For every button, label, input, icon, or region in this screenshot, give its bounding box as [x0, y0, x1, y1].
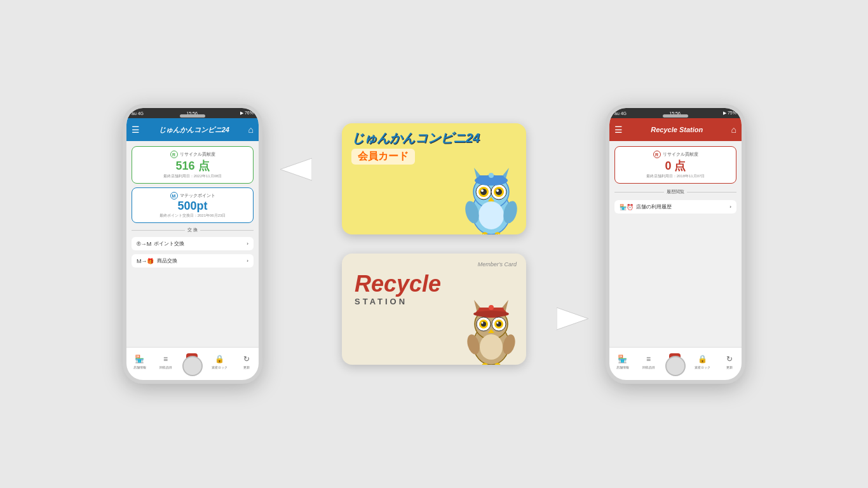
svg-marker-52: [557, 308, 588, 330]
store-icon: 🏪: [134, 353, 146, 365]
left-header-title: じゅんかんコンビニ24: [159, 125, 229, 135]
members-label: Member's Card: [478, 261, 517, 268]
qr-icon: ⊞: [186, 353, 198, 365]
right-nav-refresh[interactable]: ↻ 更新: [724, 353, 735, 369]
recycle-text-big: Recycle: [355, 273, 441, 295]
left-nav-items[interactable]: ≡ 回収品目: [159, 353, 172, 369]
recycle-station-text: STATION: [355, 297, 441, 306]
main-scene: au 4G 15:56 ▶ 76% ☰ じゅんかんコンビニ24 ⌂ R リサイク…: [0, 0, 868, 488]
junkan-card: じゅんかんコンビニ24 会員カード: [342, 123, 526, 234]
svg-point-10: [496, 189, 502, 195]
left-exchange-item1[interactable]: ®→M ポイント交換 ›: [132, 237, 254, 250]
left-recycle-points: 516 点: [137, 158, 248, 173]
left-bottom-nav: 🏪 店舗情報 ≡ 回収品目 ⊞ 会員認証 🔒 資産ロック ↻ 更新: [126, 347, 259, 380]
left-exchange-item2[interactable]: M→🎁 商品交換 ›: [132, 254, 254, 268]
m-icon-left: M: [170, 192, 178, 200]
svg-point-32: [489, 305, 494, 310]
left-matec-card: M マテックポイント 500pt 最終ポイント交換日：2021年06月23日: [132, 187, 254, 223]
right-home-icon[interactable]: ⌂: [731, 125, 736, 135]
right-app-header: ☰ Recycle Station ⌂: [609, 118, 742, 141]
svg-point-41: [497, 322, 499, 324]
right-time: 15:56: [669, 111, 681, 116]
left-nav-auth[interactable]: ⊞ 会員認証: [186, 353, 198, 369]
right-store-icon: 🏪: [617, 353, 628, 365]
right-arrow-container: [555, 104, 593, 384]
items-icon: ≡: [160, 353, 172, 365]
left-arrow-container: [275, 104, 313, 384]
left-matec-label: M マテックポイント: [137, 192, 248, 200]
lock-icon: 🔒: [214, 353, 225, 365]
exchange-icon2: M→🎁: [137, 258, 154, 264]
left-recycle-card: R リサイクル貢献度 516 点 最終店舗利用日：2022年11月08日: [132, 146, 254, 184]
recycle-owl: [466, 295, 517, 365]
chevron-right-hist: ›: [729, 204, 731, 210]
left-status-bar: au 4G 15:56 ▶ 76%: [126, 108, 259, 118]
right-phone: au 4G 15:56 ▶ 75% ☰ Recycle Station ⌂ R …: [606, 104, 745, 384]
arrow-left-icon: [277, 155, 312, 184]
right-app-content: R リサイクル貢献度 0 点 最終店舗利用日：2018年11月07日 履歴閲覧 …: [609, 141, 742, 347]
right-recycle-card: R リサイクル貢献度 0 点 最終店舗利用日：2018年11月07日: [614, 146, 736, 184]
left-phone: au 4G 15:56 ▶ 76% ☰ じゅんかんコンビニ24 ⌂ R リサイク…: [123, 104, 262, 384]
history-icon: 🏪⏰: [620, 204, 634, 210]
right-recycle-label: R リサイクル貢献度: [620, 151, 731, 158]
center-area: じゅんかんコンビニ24 会員カード: [326, 123, 542, 365]
right-nav-items[interactable]: ≡ 回収品目: [642, 353, 655, 369]
right-recycle-date: 最終店舗利用日：2018年11月07日: [620, 173, 731, 179]
right-history-section: 履歴閲覧: [614, 189, 736, 195]
left-menu-icon[interactable]: ☰: [132, 125, 140, 135]
left-home-icon[interactable]: ⌂: [248, 125, 254, 135]
right-lock-icon: 🔒: [696, 353, 708, 365]
svg-point-14: [478, 201, 504, 229]
recycle-card: Member's Card Recycle STATION: [342, 254, 526, 365]
right-qr-icon: ⊞: [669, 353, 681, 365]
chevron-right-1: ›: [247, 241, 248, 247]
r-icon-left: R: [170, 151, 178, 158]
left-matec-points: 500pt: [137, 200, 248, 213]
left-recycle-label: R リサイクル貢献度: [137, 151, 248, 158]
refresh-icon: ↻: [241, 353, 252, 365]
svg-point-12: [496, 189, 499, 192]
right-history-item[interactable]: 🏪⏰ 店舗の利用履歴 ›: [614, 200, 736, 214]
exchange-icon1: ®→M: [137, 241, 151, 247]
svg-point-9: [480, 189, 487, 195]
left-matec-date: 最終ポイント交換日：2021年06月23日: [137, 213, 248, 219]
svg-point-11: [481, 189, 484, 192]
svg-point-43: [480, 334, 503, 360]
right-carrier: au 4G: [614, 111, 627, 116]
recycle-logo: Recycle STATION: [355, 273, 441, 306]
left-nav-store[interactable]: 🏪 店舗情報: [133, 353, 146, 369]
right-refresh-icon: ↻: [724, 353, 735, 365]
right-battery: ▶ 75%: [723, 111, 736, 116]
svg-point-17: [489, 173, 494, 178]
chevron-right-2: ›: [247, 258, 248, 264]
left-carrier: au 4G: [132, 111, 144, 116]
left-nav-refresh[interactable]: ↻ 更新: [241, 353, 252, 369]
left-battery: ▶ 76%: [240, 111, 254, 116]
svg-point-33: [473, 311, 509, 317]
right-nav-auth[interactable]: ⊞ 会員認証: [668, 353, 681, 369]
arrow-right-icon: [557, 304, 592, 333]
right-bottom-nav: 🏪 店舗情報 ≡ 回収品目 ⊞ 会員認証 🔒 資産ロック ↻ 更新: [609, 347, 742, 380]
svg-point-40: [482, 322, 484, 324]
left-recycle-date: 最終店舗利用日：2022年11月08日: [137, 173, 248, 179]
r-icon-right: R: [653, 151, 661, 158]
right-status-bar: au 4G 15:56 ▶ 75%: [609, 108, 742, 118]
right-header-title: Recycle Station: [651, 126, 703, 133]
junkan-owl: [463, 158, 520, 234]
right-menu-icon[interactable]: ☰: [614, 125, 623, 135]
right-recycle-points: 0 点: [620, 158, 731, 173]
junkan-title: じゅんかんコンビニ24: [351, 131, 517, 145]
junkan-subtitle: 会員カード: [358, 151, 409, 161]
right-nav-store[interactable]: 🏪 店舗情報: [616, 353, 629, 369]
right-items-icon: ≡: [643, 353, 654, 365]
left-nav-lock[interactable]: 🔒 資産ロック: [212, 353, 227, 369]
left-time: 15:56: [186, 111, 198, 116]
right-nav-lock[interactable]: 🔒 資産ロック: [695, 353, 710, 369]
left-app-content: R リサイクル貢献度 516 点 最終店舗利用日：2022年11月08日 M マ…: [126, 141, 259, 347]
svg-marker-0: [280, 158, 312, 180]
left-exchange-section: 交 換: [132, 227, 254, 233]
left-app-header: ☰ じゅんかんコンビニ24 ⌂: [126, 118, 259, 141]
